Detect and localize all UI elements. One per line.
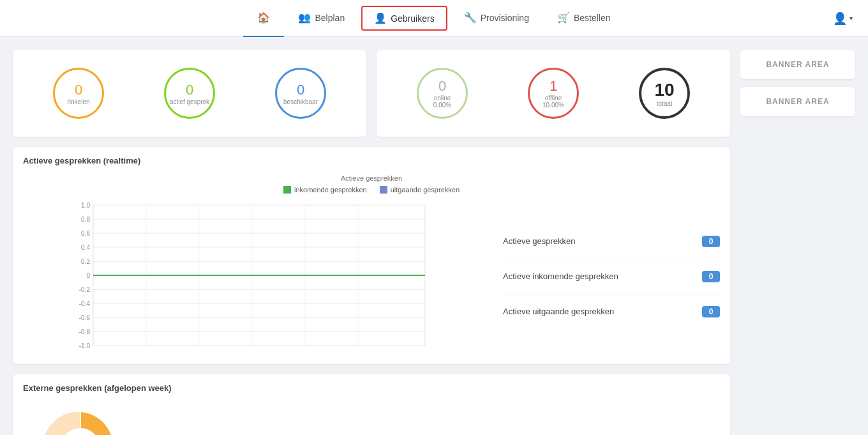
actief-label: actief gesprek: [170, 98, 209, 105]
chart-left: 1.0 0.8 0.6 0.4 0.2 0 -0.2 -0.4 -0.6 -0.…: [23, 199, 476, 354]
svg-text:0: 0: [86, 272, 90, 279]
user-avatar-icon: 👤: [833, 11, 847, 26]
chart-svg: 1.0 0.8 0.6 0.4 0.2 0 -0.2 -0.4 -0.6 -0.…: [23, 199, 476, 352]
home-icon: 🏠: [257, 11, 270, 24]
actief-value: 0: [186, 82, 193, 98]
external-calls-card: Externe gesprekken (afgelopen week) Weke…: [13, 374, 730, 435]
user-dropdown-arrow: ▾: [849, 15, 853, 22]
online-pct: 0.00%: [433, 102, 451, 109]
bestellen-icon: 🛒: [557, 11, 570, 24]
status-totaal: 10 totaal: [609, 60, 720, 126]
legend-uitgaande-icon: [380, 186, 387, 194]
online-label: online: [434, 95, 451, 102]
status-rinkelen: 0 rinkelen: [23, 60, 134, 126]
svg-rect-1: [380, 186, 387, 194]
left-column: 0 rinkelen 0 actief gesprek 0 beschikbaa…: [13, 50, 730, 435]
offline-label: offline: [545, 95, 562, 102]
circle-offline: 1 offline 10.00%: [528, 68, 579, 119]
circle-online: 0 online 0.00%: [417, 68, 468, 119]
donut-area: Wekelijkse externe gesprekken: [13, 399, 730, 435]
nav-bestellen[interactable]: 🛒 Bestellen: [543, 0, 625, 37]
navbar: 🏠 👥 Belplan 👤 Gebruikers 🔧 Provisioning …: [0, 0, 868, 37]
external-calls-title: Externe gesprekken (afgelopen week): [13, 374, 730, 399]
nav-home[interactable]: 🏠: [243, 0, 284, 37]
legend-inkomende-icon: [283, 186, 291, 194]
stat-actieve-gesprekken-label: Actieve gesprekken: [503, 236, 575, 246]
svg-text:1.0: 1.0: [81, 202, 90, 209]
banner-1: BANNER AREA: [740, 50, 855, 79]
chart-container: Actieve gesprekken inkomende gesprekken …: [13, 172, 730, 364]
legend-uitgaande: uitgaande gesprekken: [380, 186, 460, 194]
circle-actief: 0 actief gesprek: [164, 68, 215, 119]
banner-1-label: BANNER AREA: [766, 60, 829, 69]
chart-area: 1.0 0.8 0.6 0.4 0.2 0 -0.2 -0.4 -0.6 -0.…: [23, 199, 720, 354]
offline-pct: 10.00%: [542, 102, 564, 109]
nav-items: 🏠 👥 Belplan 👤 Gebruikers 🔧 Provisioning …: [243, 0, 624, 37]
nav-belplan[interactable]: 👥 Belplan: [284, 0, 359, 37]
gebruikers-icon: 👤: [374, 12, 387, 24]
svg-text:-0.6: -0.6: [79, 314, 91, 321]
stat-uitgaande-gesprekken-badge: 0: [702, 306, 720, 317]
donut-chart: [23, 406, 138, 435]
status-offline: 1 offline 10.00%: [498, 60, 609, 126]
beschikbaar-value: 0: [297, 82, 304, 98]
banner-2-label: BANNER AREA: [766, 97, 829, 106]
stat-inkomende-gesprekken-label: Actieve inkomende gesprekken: [503, 271, 618, 281]
stat-actieve-gesprekken: Actieve gesprekken 0: [503, 224, 720, 259]
svg-text:0.8: 0.8: [81, 216, 90, 223]
user-menu[interactable]: 👤 ▾: [833, 11, 853, 26]
nav-gebruikers[interactable]: 👤 Gebruikers: [361, 6, 447, 31]
belplan-icon: 👥: [298, 11, 311, 24]
nav-gebruikers-label: Gebruikers: [391, 13, 434, 24]
status-card-right: 0 online 0.00% 1 offline 10.00% 10 t: [377, 50, 730, 137]
nav-provisioning-label: Provisioning: [481, 13, 529, 23]
legend-inkomende: inkomende gesprekken: [283, 186, 367, 194]
stat-inkomende-gesprekken-badge: 0: [702, 271, 720, 282]
status-cards-row: 0 rinkelen 0 actief gesprek 0 beschikbaa…: [13, 50, 730, 137]
active-calls-card: Actieve gesprekken (realtime) Actieve ge…: [13, 147, 730, 364]
status-actief: 0 actief gesprek: [134, 60, 245, 126]
totaal-label: totaal: [657, 100, 672, 107]
active-calls-title: Actieve gesprekken (realtime): [13, 147, 730, 172]
totaal-value: 10: [654, 80, 674, 100]
chart-title: Actieve gesprekken: [23, 174, 720, 182]
svg-text:-0.2: -0.2: [79, 286, 91, 293]
nav-belplan-label: Belplan: [315, 13, 345, 23]
svg-text:0.2: 0.2: [81, 258, 90, 265]
circle-rinkelen: 0 rinkelen: [53, 68, 104, 119]
status-card-left: 0 rinkelen 0 actief gesprek 0 beschikbaa…: [13, 50, 366, 137]
stat-uitgaande-gesprekken-label: Actieve uitgaande gesprekken: [503, 307, 614, 316]
banner-2: BANNER AREA: [740, 87, 855, 116]
status-online: 0 online 0.00%: [387, 60, 498, 126]
status-beschikbaar: 0 beschikbaar: [245, 60, 356, 126]
chart-legend: inkomende gesprekken uitgaande gesprekke…: [23, 186, 720, 194]
nav-provisioning[interactable]: 🔧 Provisioning: [450, 0, 543, 37]
svg-text:0.4: 0.4: [81, 244, 90, 251]
rinkelen-value: 0: [75, 82, 82, 98]
legend-uitgaande-label: uitgaande gesprekken: [391, 186, 460, 194]
svg-text:0.6: 0.6: [81, 230, 90, 237]
online-value: 0: [438, 78, 446, 95]
main-content: 0 rinkelen 0 actief gesprek 0 beschikbaa…: [0, 37, 868, 435]
circle-totaal: 10 totaal: [639, 68, 690, 119]
stat-inkomende-gesprekken: Actieve inkomende gesprekken 0: [503, 259, 720, 294]
chart-right: Actieve gesprekken 0 Actieve inkomende g…: [484, 199, 720, 354]
provisioning-icon: 🔧: [464, 11, 477, 24]
svg-text:-1.0: -1.0: [79, 342, 91, 349]
svg-rect-0: [283, 186, 291, 194]
nav-bestellen-label: Bestellen: [574, 13, 611, 23]
legend-inkomende-label: inkomende gesprekken: [294, 186, 367, 194]
rinkelen-label: rinkelen: [67, 98, 89, 105]
offline-value: 1: [550, 78, 557, 95]
circle-beschikbaar: 0 beschikbaar: [275, 68, 326, 119]
right-column: BANNER AREA BANNER AREA: [740, 50, 855, 435]
beschikbaar-label: beschikbaar: [283, 98, 318, 105]
svg-text:-0.4: -0.4: [79, 300, 91, 307]
stat-uitgaande-gesprekken: Actieve uitgaande gesprekken 0: [503, 294, 720, 329]
stat-actieve-gesprekken-badge: 0: [702, 236, 720, 247]
svg-text:-0.8: -0.8: [79, 328, 91, 335]
